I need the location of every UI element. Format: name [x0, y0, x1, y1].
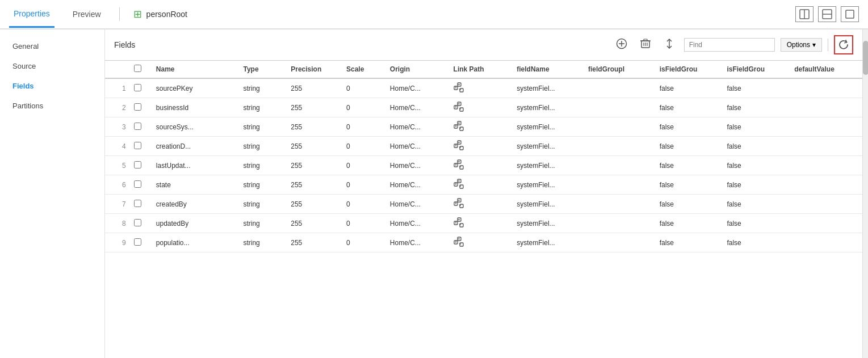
sidebar-item-source[interactable]: Source	[0, 56, 104, 76]
row-checkbox[interactable]	[134, 123, 141, 130]
options-label: Options	[787, 41, 810, 49]
row-origin: Home/C...	[387, 137, 450, 156]
col-header-check	[131, 61, 153, 78]
row-isfieldgrou2: false	[723, 137, 791, 156]
row-precision: 255	[287, 117, 343, 137]
table-row: 1 sourcePKey string 255 0 Home/C... syst…	[105, 78, 862, 98]
select-all-checkbox[interactable]	[134, 65, 141, 72]
row-checkbox[interactable]	[134, 180, 141, 188]
sidebar-item-general[interactable]: General	[0, 36, 104, 56]
scrollbar-thumb[interactable]	[863, 41, 868, 75]
row-precision: 255	[287, 156, 343, 175]
row-fieldgroupid	[585, 175, 656, 195]
sidebar-item-fields[interactable]: Fields	[0, 76, 104, 96]
tab-divider	[119, 7, 120, 21]
row-scale: 0	[343, 98, 387, 117]
sidebar-item-partitions[interactable]: Partitions	[0, 96, 104, 116]
row-isfieldgrou1: false	[656, 98, 724, 117]
row-checkbox[interactable]	[134, 219, 141, 226]
find-input[interactable]	[684, 38, 775, 52]
row-fieldgroupid	[585, 214, 656, 233]
right-scrollbar[interactable]	[862, 30, 868, 358]
svg-rect-47	[460, 185, 463, 188]
row-checkbox[interactable]	[134, 161, 141, 169]
row-type: string	[240, 137, 287, 156]
row-checkbox-cell	[131, 156, 153, 175]
row-checkbox[interactable]	[134, 238, 141, 246]
row-type: string	[240, 156, 287, 175]
delete-icon	[640, 38, 651, 49]
row-checkbox[interactable]	[134, 142, 141, 149]
svg-rect-59	[460, 224, 463, 227]
svg-rect-17	[460, 89, 463, 92]
row-origin: Home/C...	[387, 156, 450, 175]
row-origin: Home/C...	[387, 78, 450, 98]
chevron-down-icon: ▾	[812, 41, 816, 49]
sidebar: General Source Fields Partitions	[0, 30, 105, 358]
row-num: 4	[105, 137, 131, 156]
row-origin: Home/C...	[387, 117, 450, 137]
row-defaultvalue	[791, 195, 862, 214]
link-icon-cell	[454, 217, 464, 228]
row-linkpath	[450, 175, 514, 195]
row-checkbox[interactable]	[134, 200, 141, 207]
add-field-button[interactable]	[613, 37, 631, 53]
options-button[interactable]: Options ▾	[781, 38, 822, 52]
row-fieldname: systemFiel...	[513, 117, 585, 137]
svg-rect-41	[460, 166, 463, 169]
row-fieldname: systemFiel...	[513, 233, 585, 252]
col-header-fieldname: fieldName	[513, 61, 585, 78]
tab-properties[interactable]: Properties	[9, 1, 54, 28]
refresh-icon	[838, 40, 849, 50]
svg-rect-4	[846, 10, 854, 18]
row-checkbox-cell	[131, 214, 153, 233]
row-origin: Home/C...	[387, 195, 450, 214]
link-path-icon	[454, 82, 464, 92]
link-path-icon	[454, 140, 464, 150]
link-icon-cell	[454, 140, 464, 150]
window-controls	[795, 6, 859, 22]
row-scale: 0	[343, 117, 387, 137]
tab-preview[interactable]: Preview	[68, 2, 106, 27]
row-linkpath	[450, 98, 514, 117]
refresh-button[interactable]	[834, 35, 853, 54]
col-header-num	[105, 61, 131, 78]
row-num: 6	[105, 175, 131, 195]
row-type: string	[240, 78, 287, 98]
col-header-precision: Precision	[287, 61, 343, 78]
row-isfieldgrou2: false	[723, 175, 791, 195]
link-path-icon	[454, 237, 464, 247]
row-isfieldgrou1: false	[656, 195, 724, 214]
toolbar-divider	[828, 39, 828, 51]
row-precision: 255	[287, 137, 343, 156]
row-scale: 0	[343, 233, 387, 252]
row-num: 8	[105, 214, 131, 233]
row-fieldname: systemFiel...	[513, 156, 585, 175]
row-name: sourcePKey	[153, 78, 240, 98]
sort-icon	[664, 38, 675, 49]
add-circle-icon	[616, 38, 627, 49]
split-horizontal-button[interactable]	[795, 6, 814, 22]
row-fieldgroupid	[585, 195, 656, 214]
row-isfieldgrou1: false	[656, 233, 724, 252]
row-scale: 0	[343, 78, 387, 98]
title-text: personRoot	[146, 10, 187, 19]
fields-label: Fields	[114, 40, 135, 49]
svg-rect-65	[460, 243, 463, 246]
row-origin: Home/C...	[387, 214, 450, 233]
row-checkbox[interactable]	[134, 103, 141, 111]
table-row: 2 businessId string 255 0 Home/C... syst…	[105, 98, 862, 117]
row-name: state	[153, 175, 240, 195]
maximize-button[interactable]	[841, 6, 859, 22]
link-icon-cell	[454, 82, 464, 92]
delete-field-button[interactable]	[636, 37, 655, 53]
row-linkpath	[450, 117, 514, 137]
row-num: 3	[105, 117, 131, 137]
split-vertical-button[interactable]	[818, 6, 836, 22]
svg-rect-53	[460, 204, 463, 208]
sort-button[interactable]	[660, 37, 678, 53]
row-checkbox[interactable]	[134, 84, 141, 91]
row-precision: 255	[287, 175, 343, 195]
row-fieldname: systemFiel...	[513, 98, 585, 117]
row-defaultvalue	[791, 233, 862, 252]
